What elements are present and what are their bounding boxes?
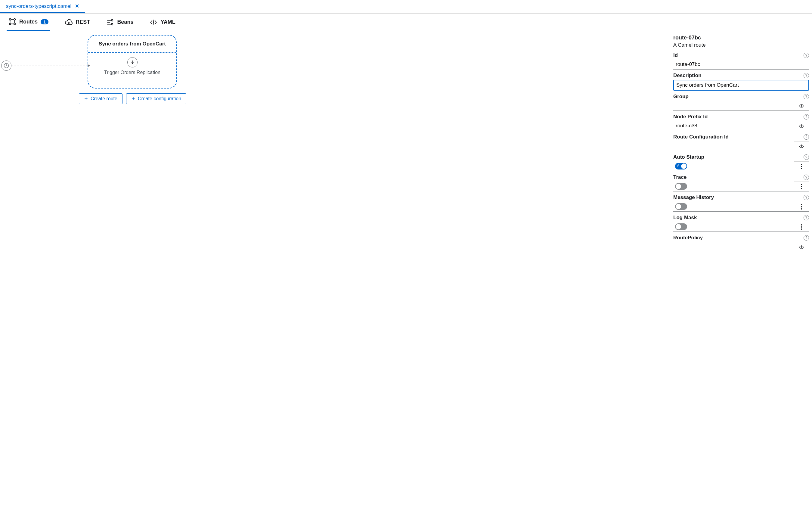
canvas-buttons: Create route Create configuration [79, 93, 186, 104]
field-route-policy: RoutePolicy ? [673, 235, 809, 252]
create-route-button[interactable]: Create route [79, 93, 122, 104]
svg-point-8 [801, 164, 802, 165]
code-icon [799, 123, 804, 129]
design-canvas[interactable]: Sync orders from OpenCart Trigger Orders… [0, 31, 669, 519]
plus-icon [84, 97, 88, 101]
file-tab-label: sync-orders-typescript.camel [6, 3, 71, 9]
close-icon[interactable]: ✕ [75, 3, 79, 9]
more-button[interactable] [794, 222, 809, 232]
field-group: Group ? [673, 94, 809, 111]
expression-button[interactable] [794, 121, 809, 131]
svg-point-16 [801, 208, 802, 209]
route-config-label: Route Configuration Id [673, 134, 729, 140]
svg-point-4 [68, 22, 69, 24]
step-node[interactable] [127, 57, 138, 67]
clock-icon [3, 63, 9, 69]
tab-yaml[interactable]: YAML [148, 13, 177, 31]
log-mask-toggle[interactable] [675, 223, 687, 230]
timer-node[interactable] [1, 60, 11, 71]
plus-icon [131, 97, 136, 101]
connector-line [11, 66, 88, 66]
tab-rest[interactable]: REST [63, 13, 92, 31]
tab-routes[interactable]: Routes 1 [7, 13, 50, 31]
log-mask-label: Log Mask [673, 214, 697, 221]
tab-routes-label: Routes [19, 19, 38, 25]
group-label: Group [673, 94, 689, 99]
properties-panel: route-07bc A Camel route Id ? Descriptio… [669, 31, 812, 519]
step-label: Trigger Orders Replication [104, 70, 161, 75]
beans-icon [106, 18, 114, 26]
code-icon [150, 18, 157, 26]
help-icon[interactable]: ? [804, 53, 809, 58]
help-icon[interactable]: ? [804, 154, 809, 160]
create-config-label: Create configuration [138, 96, 181, 102]
expression-button[interactable] [794, 242, 809, 252]
tab-yaml-label: YAML [161, 19, 175, 25]
message-history-label: Message History [673, 195, 714, 201]
help-icon[interactable]: ? [804, 195, 809, 200]
kebab-icon [801, 164, 802, 169]
field-id: Id ? [673, 52, 809, 69]
expression-button[interactable] [794, 101, 809, 111]
tab-beans[interactable]: Beans [105, 13, 135, 31]
message-history-toggle[interactable] [675, 203, 687, 210]
help-icon[interactable]: ? [804, 134, 809, 140]
field-trace: Trace ? [673, 174, 809, 192]
svg-point-18 [801, 226, 802, 228]
svg-point-6 [111, 23, 113, 25]
arrow-down-icon [130, 60, 135, 65]
more-button[interactable] [794, 161, 809, 171]
trace-input[interactable] [689, 181, 794, 192]
node-prefix-label: Node Prefix Id [673, 114, 707, 120]
help-icon[interactable]: ? [804, 73, 809, 78]
field-message-history: Message History ? [673, 195, 809, 212]
file-tab-bar: sync-orders-typescript.camel ✕ [0, 0, 812, 13]
more-button[interactable] [794, 181, 809, 192]
code-icon [799, 244, 804, 250]
svg-point-15 [801, 206, 802, 207]
auto-startup-input[interactable] [689, 161, 794, 171]
help-icon[interactable]: ? [804, 235, 809, 240]
trace-toggle[interactable] [675, 183, 687, 190]
code-icon [799, 103, 804, 109]
svg-point-2 [14, 19, 16, 20]
kebab-icon [801, 184, 802, 190]
help-icon[interactable]: ? [804, 94, 809, 99]
route-body: Trigger Orders Replication [88, 53, 176, 80]
id-input[interactable] [673, 60, 809, 69]
routes-count-badge: 1 [40, 19, 49, 24]
route-policy-input[interactable] [673, 242, 794, 252]
svg-point-5 [111, 19, 113, 21]
svg-point-3 [14, 23, 16, 25]
create-config-button[interactable]: Create configuration [126, 93, 186, 104]
svg-point-10 [801, 168, 802, 169]
kebab-icon [801, 224, 802, 230]
group-input[interactable] [673, 101, 794, 111]
tab-beans-label: Beans [117, 19, 133, 25]
svg-point-14 [801, 204, 802, 205]
expression-button[interactable] [794, 141, 809, 151]
more-button[interactable] [794, 202, 809, 212]
auto-startup-toggle[interactable] [675, 163, 687, 170]
log-mask-input[interactable] [689, 222, 794, 232]
svg-point-0 [9, 19, 11, 20]
help-icon[interactable]: ? [804, 175, 809, 180]
message-history-input[interactable] [689, 202, 794, 212]
route-config-input[interactable] [673, 141, 794, 151]
field-route-config: Route Configuration Id ? [673, 134, 809, 151]
code-icon [799, 144, 804, 149]
field-description: Description ? [673, 73, 809, 91]
description-input[interactable] [673, 80, 809, 91]
svg-point-1 [9, 23, 11, 25]
tab-rest-label: REST [76, 19, 90, 25]
svg-point-13 [801, 188, 802, 190]
field-auto-startup: Auto Startup ? [673, 154, 809, 171]
svg-point-12 [801, 186, 802, 187]
auto-startup-label: Auto Startup [673, 154, 704, 160]
help-icon[interactable]: ? [804, 114, 809, 119]
svg-point-9 [801, 166, 802, 167]
help-icon[interactable]: ? [804, 215, 809, 220]
file-tab[interactable]: sync-orders-typescript.camel ✕ [0, 0, 85, 13]
node-prefix-input[interactable] [673, 121, 794, 131]
route-box[interactable]: Sync orders from OpenCart Trigger Orders… [88, 35, 177, 88]
